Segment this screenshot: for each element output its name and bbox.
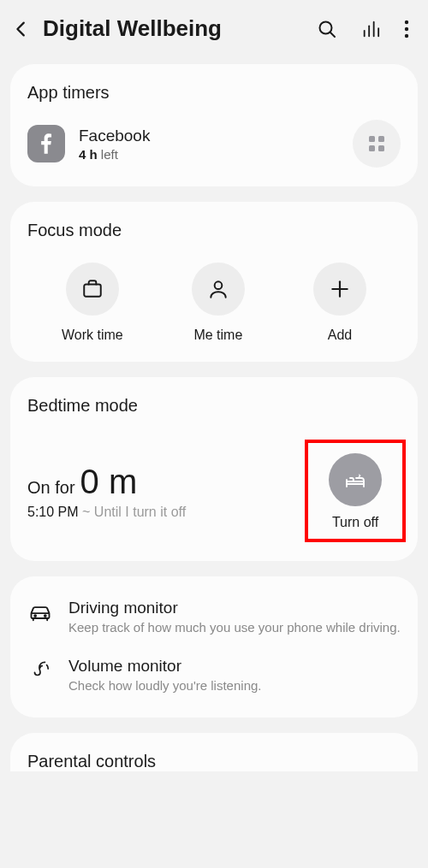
bedtime-title: Bedtime mode (27, 396, 401, 416)
header-actions (317, 19, 409, 39)
volume-monitor-text: Volume monitor Check how loudly you're l… (68, 657, 401, 694)
driving-monitor-item[interactable]: Driving monitor Keep track of how much y… (27, 588, 401, 647)
search-icon[interactable] (317, 19, 337, 39)
bedtime-card: Bedtime mode On for 0 m 5:10 PM ~ Until … (10, 377, 418, 561)
app-grid-button[interactable] (353, 120, 401, 168)
svg-point-8 (405, 33, 408, 37)
focus-row: Work time Me time Add (27, 263, 401, 343)
app-info: Facebook 4 h left (79, 126, 339, 162)
car-icon (27, 599, 53, 636)
svg-rect-9 (369, 136, 375, 142)
bed-icon (329, 453, 382, 506)
focus-label: Me time (193, 328, 242, 343)
svg-point-7 (405, 27, 408, 30)
focus-item-me[interactable]: Me time (192, 263, 245, 343)
focus-item-work[interactable]: Work time (62, 263, 123, 343)
svg-rect-13 (84, 285, 101, 297)
highlight-annotation: Turn off (305, 440, 406, 542)
header: Digital Wellbeing (0, 0, 428, 57)
driving-monitor-desc: Keep track of how much you use your phon… (68, 619, 401, 636)
app-timer-row[interactable]: Facebook 4 h left (27, 120, 401, 168)
svg-rect-11 (369, 145, 375, 151)
bedtime-duration: On for 0 m (27, 463, 305, 501)
volume-monitor-title: Volume monitor (68, 657, 401, 676)
bedtime-body: On for 0 m 5:10 PM ~ Until I turn it off (27, 440, 401, 542)
ear-icon (27, 657, 53, 694)
facebook-icon (27, 125, 65, 162)
plus-icon (313, 263, 366, 316)
bedtime-status: On for 0 m 5:10 PM ~ Until I turn it off (27, 463, 305, 520)
app-timers-card: App timers Facebook 4 h left (10, 64, 418, 186)
app-name: Facebook (79, 126, 339, 147)
monitors-card: Driving monitor Keep track of how much y… (10, 576, 418, 717)
focus-label: Add (328, 328, 352, 343)
person-icon (192, 263, 245, 316)
driving-monitor-text: Driving monitor Keep track of how much y… (68, 599, 401, 636)
volume-monitor-item[interactable]: Volume monitor Check how loudly you're l… (27, 647, 401, 705)
svg-rect-10 (378, 136, 384, 142)
back-icon[interactable] (12, 20, 31, 38)
turn-off-button[interactable]: Turn off (329, 453, 382, 530)
focus-mode-card: Focus mode Work time Me time Add (10, 202, 418, 362)
driving-monitor-title: Driving monitor (68, 599, 401, 617)
svg-point-24 (45, 615, 46, 617)
svg-rect-12 (378, 145, 384, 151)
briefcase-icon (66, 263, 119, 316)
svg-point-14 (215, 281, 223, 289)
parental-controls-title: Parental controls (27, 752, 401, 771)
chart-icon[interactable] (361, 20, 380, 38)
svg-point-23 (34, 615, 36, 617)
app-time-remaining: 4 h left (79, 147, 339, 162)
more-icon[interactable] (404, 20, 409, 38)
turn-off-label: Turn off (332, 515, 378, 530)
focus-label: Work time (62, 328, 123, 343)
focus-mode-title: Focus mode (27, 221, 401, 240)
bedtime-schedule: 5:10 PM ~ Until I turn it off (27, 505, 305, 520)
focus-item-add[interactable]: Add (313, 263, 366, 343)
svg-line-1 (330, 32, 336, 37)
app-timers-title: App timers (27, 83, 401, 103)
parental-controls-card[interactable]: Parental controls (10, 733, 418, 771)
svg-point-6 (405, 20, 408, 23)
volume-monitor-desc: Check how loudly you're listening. (68, 677, 401, 694)
page-title: Digital Wellbeing (43, 15, 305, 42)
